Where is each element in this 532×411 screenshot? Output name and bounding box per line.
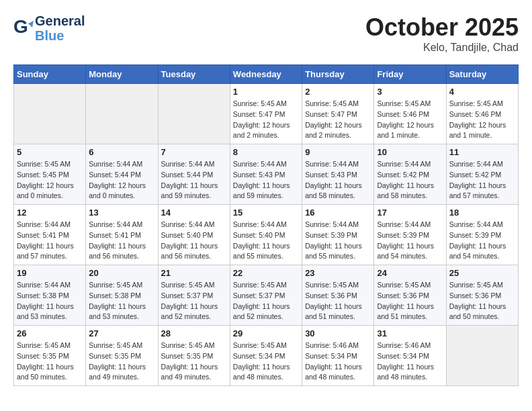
day-info: Sunrise: 5:44 AM Sunset: 5:43 PM Dayligh…	[233, 159, 299, 201]
weekday-header-tuesday: Tuesday	[158, 65, 230, 84]
day-number: 8	[233, 147, 299, 157]
day-info: Sunrise: 5:45 AM Sunset: 5:35 PM Dayligh…	[17, 340, 83, 383]
day-info: Sunrise: 5:45 AM Sunset: 5:46 PM Dayligh…	[449, 99, 515, 141]
calendar-cell	[446, 326, 518, 386]
weekday-header-thursday: Thursday	[302, 65, 374, 84]
logo-blue: Blue	[35, 28, 85, 43]
day-info: Sunrise: 5:44 AM Sunset: 5:39 PM Dayligh…	[305, 220, 371, 262]
calendar-cell: 3Sunrise: 5:45 AM Sunset: 5:46 PM Daylig…	[374, 84, 446, 144]
calendar-cell: 11Sunrise: 5:44 AM Sunset: 5:42 PM Dayli…	[446, 144, 518, 205]
day-info: Sunrise: 5:45 AM Sunset: 5:36 PM Dayligh…	[449, 280, 515, 322]
calendar-cell: 26Sunrise: 5:45 AM Sunset: 5:35 PM Dayli…	[14, 326, 86, 386]
calendar-cell: 10Sunrise: 5:44 AM Sunset: 5:42 PM Dayli…	[374, 144, 446, 205]
calendar-week-1: 1Sunrise: 5:45 AM Sunset: 5:47 PM Daylig…	[14, 84, 519, 144]
calendar-week-3: 12Sunrise: 5:44 AM Sunset: 5:41 PM Dayli…	[14, 205, 519, 265]
calendar-header-row: SundayMondayTuesdayWednesdayThursdayFrid…	[14, 65, 519, 84]
calendar-cell: 29Sunrise: 5:45 AM Sunset: 5:34 PM Dayli…	[230, 326, 302, 386]
day-number: 10	[377, 147, 443, 157]
calendar-cell: 13Sunrise: 5:44 AM Sunset: 5:41 PM Dayli…	[86, 205, 158, 265]
day-number: 3	[377, 87, 443, 97]
day-number: 28	[161, 328, 227, 338]
calendar-cell: 20Sunrise: 5:45 AM Sunset: 5:38 PM Dayli…	[86, 265, 158, 326]
logo: G General Blue	[13, 13, 85, 43]
calendar-cell: 19Sunrise: 5:44 AM Sunset: 5:38 PM Dayli…	[14, 265, 86, 326]
day-info: Sunrise: 5:45 AM Sunset: 5:36 PM Dayligh…	[377, 280, 443, 322]
day-info: Sunrise: 5:45 AM Sunset: 5:37 PM Dayligh…	[161, 280, 227, 322]
day-number: 20	[89, 268, 154, 278]
day-info: Sunrise: 5:45 AM Sunset: 5:35 PM Dayligh…	[89, 340, 154, 383]
day-info: Sunrise: 5:44 AM Sunset: 5:40 PM Dayligh…	[161, 220, 227, 262]
logo-icon: G	[13, 18, 34, 38]
calendar-cell: 27Sunrise: 5:45 AM Sunset: 5:35 PM Dayli…	[86, 326, 158, 386]
day-number: 22	[233, 268, 299, 278]
day-info: Sunrise: 5:46 AM Sunset: 5:34 PM Dayligh…	[377, 340, 443, 383]
day-info: Sunrise: 5:44 AM Sunset: 5:38 PM Dayligh…	[17, 280, 83, 322]
day-number: 12	[17, 208, 83, 218]
logo-general: General	[35, 13, 85, 28]
calendar-cell: 22Sunrise: 5:45 AM Sunset: 5:37 PM Dayli…	[230, 265, 302, 326]
day-info: Sunrise: 5:46 AM Sunset: 5:34 PM Dayligh…	[305, 340, 371, 383]
day-number: 27	[89, 328, 154, 338]
day-info: Sunrise: 5:44 AM Sunset: 5:44 PM Dayligh…	[161, 159, 227, 201]
day-number: 2	[305, 87, 371, 97]
calendar-cell: 9Sunrise: 5:44 AM Sunset: 5:43 PM Daylig…	[302, 144, 374, 205]
svg-marker-1	[28, 21, 34, 28]
day-number: 30	[305, 328, 371, 338]
calendar-cell: 6Sunrise: 5:44 AM Sunset: 5:44 PM Daylig…	[86, 144, 158, 205]
month-title: October 2025	[365, 13, 519, 42]
page-header: G General Blue October 2025 Kelo, Tandji…	[13, 13, 519, 54]
day-info: Sunrise: 5:45 AM Sunset: 5:34 PM Dayligh…	[233, 340, 299, 383]
calendar-cell: 2Sunrise: 5:45 AM Sunset: 5:47 PM Daylig…	[302, 84, 374, 144]
calendar-cell: 24Sunrise: 5:45 AM Sunset: 5:36 PM Dayli…	[374, 265, 446, 326]
calendar-cell: 31Sunrise: 5:46 AM Sunset: 5:34 PM Dayli…	[374, 326, 446, 386]
day-number: 4	[449, 87, 515, 97]
day-number: 17	[377, 208, 443, 218]
calendar-week-5: 26Sunrise: 5:45 AM Sunset: 5:35 PM Dayli…	[14, 326, 519, 386]
calendar-cell: 28Sunrise: 5:45 AM Sunset: 5:35 PM Dayli…	[158, 326, 230, 386]
calendar-cell: 18Sunrise: 5:44 AM Sunset: 5:39 PM Dayli…	[446, 205, 518, 265]
day-info: Sunrise: 5:44 AM Sunset: 5:39 PM Dayligh…	[377, 220, 443, 262]
day-number: 21	[161, 268, 227, 278]
calendar-cell: 14Sunrise: 5:44 AM Sunset: 5:40 PM Dayli…	[158, 205, 230, 265]
calendar-cell	[14, 84, 86, 144]
day-number: 25	[449, 268, 515, 278]
day-info: Sunrise: 5:45 AM Sunset: 5:45 PM Dayligh…	[17, 159, 83, 201]
day-info: Sunrise: 5:45 AM Sunset: 5:35 PM Dayligh…	[161, 340, 227, 383]
calendar-week-2: 5Sunrise: 5:45 AM Sunset: 5:45 PM Daylig…	[14, 144, 519, 205]
day-number: 7	[161, 147, 227, 157]
day-number: 18	[449, 208, 515, 218]
day-info: Sunrise: 5:45 AM Sunset: 5:47 PM Dayligh…	[233, 99, 299, 141]
day-number: 1	[233, 87, 299, 97]
title-block: October 2025 Kelo, Tandjile, Chad	[365, 13, 519, 54]
day-number: 24	[377, 268, 443, 278]
weekday-header-saturday: Saturday	[446, 65, 518, 84]
day-info: Sunrise: 5:44 AM Sunset: 5:41 PM Dayligh…	[17, 220, 83, 262]
calendar-cell: 16Sunrise: 5:44 AM Sunset: 5:39 PM Dayli…	[302, 205, 374, 265]
calendar-table: SundayMondayTuesdayWednesdayThursdayFrid…	[13, 64, 519, 386]
weekday-header-friday: Friday	[374, 65, 446, 84]
day-number: 29	[233, 328, 299, 338]
day-number: 26	[17, 328, 83, 338]
calendar-cell: 5Sunrise: 5:45 AM Sunset: 5:45 PM Daylig…	[14, 144, 86, 205]
day-number: 16	[305, 208, 371, 218]
day-info: Sunrise: 5:44 AM Sunset: 5:43 PM Dayligh…	[305, 159, 371, 201]
location-subtitle: Kelo, Tandjile, Chad	[365, 42, 519, 54]
day-number: 5	[17, 147, 83, 157]
day-number: 11	[449, 147, 515, 157]
day-info: Sunrise: 5:45 AM Sunset: 5:38 PM Dayligh…	[89, 280, 154, 322]
day-number: 13	[89, 208, 154, 218]
weekday-header-sunday: Sunday	[14, 65, 86, 84]
day-number: 6	[89, 147, 154, 157]
weekday-header-monday: Monday	[86, 65, 158, 84]
calendar-cell: 12Sunrise: 5:44 AM Sunset: 5:41 PM Dayli…	[14, 205, 86, 265]
day-info: Sunrise: 5:45 AM Sunset: 5:46 PM Dayligh…	[377, 99, 443, 141]
calendar-cell: 23Sunrise: 5:45 AM Sunset: 5:36 PM Dayli…	[302, 265, 374, 326]
calendar-cell: 1Sunrise: 5:45 AM Sunset: 5:47 PM Daylig…	[230, 84, 302, 144]
calendar-cell: 17Sunrise: 5:44 AM Sunset: 5:39 PM Dayli…	[374, 205, 446, 265]
day-info: Sunrise: 5:45 AM Sunset: 5:47 PM Dayligh…	[305, 99, 371, 141]
calendar-week-4: 19Sunrise: 5:44 AM Sunset: 5:38 PM Dayli…	[14, 265, 519, 326]
calendar-cell: 25Sunrise: 5:45 AM Sunset: 5:36 PM Dayli…	[446, 265, 518, 326]
calendar-cell: 15Sunrise: 5:44 AM Sunset: 5:40 PM Dayli…	[230, 205, 302, 265]
day-info: Sunrise: 5:44 AM Sunset: 5:42 PM Dayligh…	[377, 159, 443, 201]
calendar-cell: 21Sunrise: 5:45 AM Sunset: 5:37 PM Dayli…	[158, 265, 230, 326]
